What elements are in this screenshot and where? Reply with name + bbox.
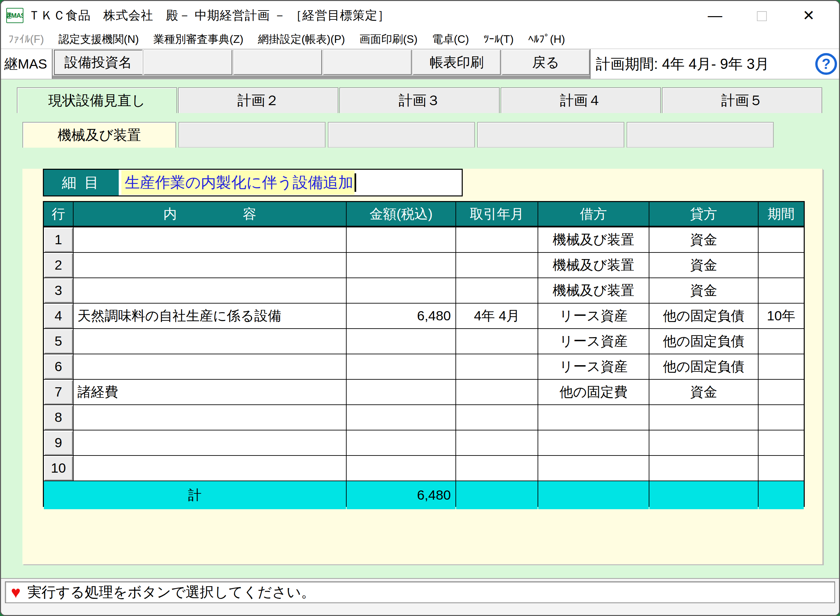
minimize-button[interactable]: — <box>705 5 725 26</box>
debit-cell[interactable]: リース資産 <box>538 329 649 353</box>
period-cell[interactable] <box>759 380 804 405</box>
toolbar-empty-button-1[interactable] <box>144 50 232 75</box>
content-cell[interactable] <box>74 329 346 353</box>
content-panel: 細 目 生産作業の内製化に伴う設備追加 行 内容 金額(税込) 取引年月 借方 … <box>22 169 823 564</box>
amount-cell[interactable] <box>347 456 456 481</box>
amount-cell[interactable] <box>347 354 456 379</box>
row-number-cell[interactable]: 2 <box>44 253 73 277</box>
amount-cell[interactable] <box>347 253 456 277</box>
period-cell[interactable] <box>759 405 804 430</box>
date-cell[interactable] <box>456 380 538 405</box>
debit-cell[interactable]: 機械及び装置 <box>538 253 649 277</box>
content-cell[interactable] <box>74 278 346 303</box>
amount-cell[interactable]: 6,480 <box>347 304 456 328</box>
amount-cell[interactable] <box>347 405 456 430</box>
credit-cell[interactable] <box>649 430 758 455</box>
subtab-empty-3[interactable] <box>477 122 624 148</box>
content-cell[interactable] <box>74 430 346 455</box>
toolbar-empty-button-3[interactable] <box>323 50 412 75</box>
period-cell[interactable] <box>759 227 804 252</box>
credit-cell[interactable]: 資金 <box>649 278 758 303</box>
content-cell[interactable] <box>74 354 346 379</box>
credit-cell[interactable] <box>649 456 758 481</box>
date-cell[interactable] <box>456 227 538 252</box>
amount-cell[interactable] <box>347 380 456 405</box>
amount-cell[interactable] <box>347 227 456 252</box>
amount-cell[interactable] <box>347 278 456 303</box>
subtab-empty-4[interactable] <box>627 122 774 148</box>
content-cell[interactable] <box>74 253 346 277</box>
period-cell[interactable] <box>759 253 804 277</box>
debit-cell[interactable]: リース資産 <box>538 354 649 379</box>
credit-cell[interactable]: 資金 <box>649 227 758 252</box>
credit-cell[interactable]: 他の固定負債 <box>649 354 758 379</box>
debit-cell[interactable]: 機械及び装置 <box>538 227 649 252</box>
menu-tools[interactable]: ﾂｰﾙ(T) <box>484 33 514 45</box>
date-cell[interactable] <box>456 405 538 430</box>
menu-shading-setting[interactable]: 網掛設定(帳表)(P) <box>258 32 345 47</box>
date-cell[interactable] <box>456 354 538 379</box>
period-cell[interactable] <box>759 430 804 455</box>
tab-current-equipment-review[interactable]: 現状設備見直し <box>17 87 177 113</box>
period-cell[interactable] <box>759 278 804 303</box>
row-number-cell[interactable]: 7 <box>44 380 73 405</box>
print-report-button[interactable]: 帳表印刷 <box>413 50 501 75</box>
equipment-investment-name-button[interactable]: 設備投資名 <box>54 50 143 75</box>
subtab-machinery-equipment[interactable]: 機械及び装置 <box>22 122 176 148</box>
content-cell[interactable] <box>74 456 346 481</box>
tab-plan-2[interactable]: 計画２ <box>178 87 338 113</box>
menu-calculator[interactable]: 電卓(C) <box>432 32 469 47</box>
credit-cell[interactable]: 資金 <box>649 253 758 277</box>
row-number-cell[interactable]: 6 <box>44 354 73 379</box>
row-number-cell[interactable]: 1 <box>44 227 73 252</box>
period-cell[interactable] <box>759 456 804 481</box>
date-cell[interactable] <box>456 430 538 455</box>
period-cell[interactable] <box>759 354 804 379</box>
date-cell[interactable] <box>456 456 538 481</box>
close-button[interactable]: ✕ <box>798 5 819 26</box>
credit-cell[interactable] <box>649 405 758 430</box>
amount-cell[interactable] <box>347 329 456 353</box>
debit-cell[interactable] <box>538 430 649 455</box>
menu-support-org[interactable]: 認定支援機関(N) <box>58 32 139 47</box>
content-cell[interactable] <box>74 405 346 430</box>
debit-cell[interactable] <box>538 456 649 481</box>
detail-name-input[interactable]: 生産作業の内製化に伴う設備追加 <box>119 170 462 195</box>
debit-cell[interactable] <box>538 405 649 430</box>
row-number-cell[interactable]: 5 <box>44 329 73 353</box>
date-cell[interactable] <box>456 329 538 353</box>
debit-cell[interactable]: 他の固定費 <box>538 380 649 405</box>
date-cell[interactable]: 4年 4月 <box>456 304 538 328</box>
credit-cell[interactable]: 他の固定負債 <box>649 304 758 328</box>
back-button[interactable]: 戻る <box>502 50 590 75</box>
row-number-cell[interactable]: 4 <box>44 304 73 328</box>
tab-plan-5[interactable]: 計画５ <box>662 87 822 113</box>
subtab-empty-2[interactable] <box>328 122 475 148</box>
row-number-cell[interactable]: 9 <box>44 430 73 455</box>
date-cell[interactable] <box>456 253 538 277</box>
menu-file[interactable]: ﾌｧｲﾙ(F) <box>8 33 44 45</box>
debit-cell[interactable]: リース資産 <box>538 304 649 328</box>
row-number-cell[interactable]: 3 <box>44 278 73 303</box>
menu-help[interactable]: ﾍﾙﾌﾟ(H) <box>528 33 565 45</box>
help-icon[interactable]: ? <box>815 53 837 75</box>
row-number-cell[interactable]: 10 <box>44 456 73 481</box>
subtab-empty-1[interactable] <box>178 122 325 148</box>
row-number-cell[interactable]: 8 <box>44 405 73 430</box>
maximize-button[interactable]: □ <box>751 5 772 26</box>
period-cell[interactable]: 10年 <box>759 304 804 328</box>
date-cell[interactable] <box>456 278 538 303</box>
content-cell[interactable]: 天然調味料の自社生産に係る設備 <box>74 304 346 328</box>
period-cell[interactable] <box>759 329 804 353</box>
toolbar-empty-button-2[interactable] <box>234 50 322 75</box>
debit-cell[interactable]: 機械及び装置 <box>538 278 649 303</box>
credit-cell[interactable]: 資金 <box>649 380 758 405</box>
tab-plan-4[interactable]: 計画４ <box>501 87 661 113</box>
amount-cell[interactable] <box>347 430 456 455</box>
content-cell[interactable]: 諸経費 <box>74 380 346 405</box>
credit-cell[interactable]: 他の固定負債 <box>649 329 758 353</box>
menu-screen-print[interactable]: 画面印刷(S) <box>359 32 418 47</box>
menu-industry-dict[interactable]: 業種別審査事典(Z) <box>153 32 243 47</box>
content-cell[interactable] <box>74 227 346 252</box>
tab-plan-3[interactable]: 計画３ <box>339 87 500 113</box>
